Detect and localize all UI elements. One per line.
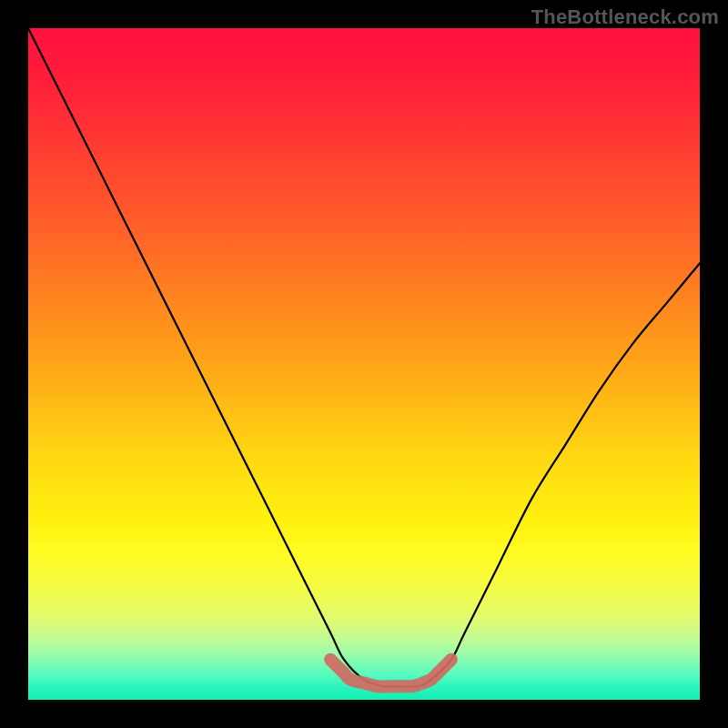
chart-frame: TheBottleneck.com [0,0,728,728]
watermark-text: TheBottleneck.com [531,5,719,29]
curve-svg [28,28,700,700]
bottleneck-curve [28,28,700,687]
optimal-band [330,660,451,687]
plot-area [28,28,700,700]
